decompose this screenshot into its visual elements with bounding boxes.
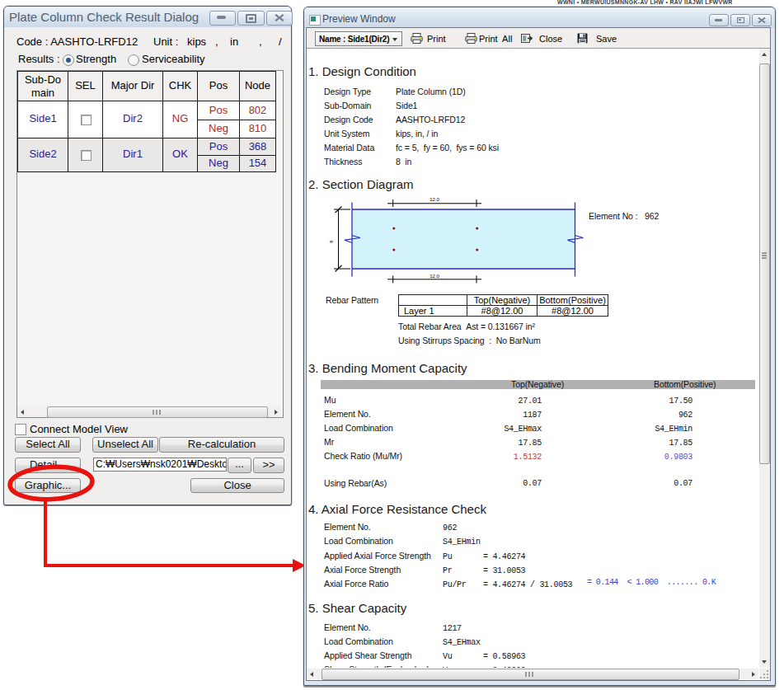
- svg-text:12.0: 12.0: [430, 197, 439, 202]
- svg-text:8: 8: [329, 240, 334, 243]
- svg-text:12.0: 12.0: [430, 274, 439, 279]
